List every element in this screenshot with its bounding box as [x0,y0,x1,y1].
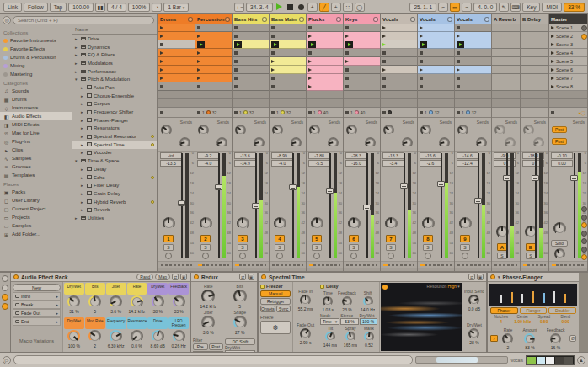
solo-button[interactable]: S [460,244,470,251]
macro-label[interactable]: Resonance [127,317,147,329]
clip-slot[interactable] [418,40,454,49]
clip-slot[interactable] [270,57,306,66]
track-options-icon[interactable] [299,17,304,22]
device-chain-scrollbar[interactable] [415,356,508,364]
freeze-button[interactable]: ❆ [260,321,291,334]
fader-handle[interactable] [437,181,445,187]
browser-item-eq-filters[interactable]: ▸EQ & Filters [72,51,157,59]
knob[interactable] [345,332,355,342]
mixer-section-toggle[interactable] [581,215,587,221]
clip-slot[interactable] [195,82,232,91]
device-title-bar[interactable]: Spectral Time ⇄ ▣ [259,273,486,282]
solo-button[interactable]: S [423,244,433,251]
punch-in-button[interactable]: ⌐ [438,3,448,12]
track-activator-button[interactable]: 6 [349,235,359,242]
solo-button[interactable]: S [349,244,359,251]
param-notches[interactable]: Notches4 [490,315,512,324]
clip-slot[interactable] [195,74,232,82]
browser-item-vocoder[interactable]: ▸Vocoder [72,149,157,157]
scene-launch-icon[interactable] [551,35,554,38]
clip-slot[interactable] [521,82,548,91]
volume-fader[interactable] [571,153,577,258]
track-activator-button[interactable]: 3 [238,235,248,242]
solo-button[interactable]: S [163,244,174,251]
caret-icon[interactable]: ▸ [81,183,85,188]
mode-tab-doubler[interactable]: Doubler [548,307,576,314]
clip-slot[interactable] [195,40,232,49]
delay-header[interactable]: Delay [320,283,377,290]
clip-slot[interactable] [381,74,417,82]
volume-fader[interactable] [253,153,259,258]
browser-item-auto-pan[interactable]: ▸Auto Pan [72,83,157,92]
knob[interactable] [152,295,164,308]
master-solo-button[interactable]: Solo [551,240,568,247]
rack-macro-toggle-icon[interactable] [2,294,8,301]
knob[interactable] [88,330,101,343]
fader-handle[interactable] [215,184,222,190]
caret-icon[interactable]: ▸ [75,45,79,50]
solo-button[interactable]: S [386,244,396,251]
sidebar-item-drums[interactable]: ▦Drums [0,95,72,104]
automation-arm-button[interactable]: ╱ [319,3,329,12]
mixer-section-toggle[interactable] [581,247,587,253]
phase-invert-icon[interactable]: Ø [569,335,576,342]
macro-label[interactable]: Bits [85,283,105,295]
stop-all-clips-button[interactable] [271,111,275,114]
clip-slot[interactable] [455,66,491,74]
groove-amount[interactable]: 100% [128,3,151,12]
send-a-knob[interactable] [523,125,534,136]
track-header[interactable]: Bass Main [270,14,306,24]
scrollbar-thumb[interactable] [436,357,478,363]
volume-fader[interactable] [504,153,510,258]
macro-label[interactable]: Dry/Wet [64,283,84,295]
send-a-knob[interactable] [272,125,283,136]
fader-handle[interactable] [326,188,334,194]
clip-slot[interactable] [233,40,269,49]
crossfade-assign[interactable] [549,261,587,268]
send-b-knob[interactable] [476,137,487,148]
stop-all-clips-button[interactable] [160,111,163,114]
sidebar-item-audio-effects[interactable]: ◧Audio Effects [0,112,72,120]
sidebar-item-samples[interactable]: ∿Samples [0,154,72,162]
sidebar-item-mixing[interactable]: Mixing [0,61,72,70]
knob[interactable] [300,295,311,306]
knob[interactable] [131,295,143,308]
crossfade-assign[interactable] [307,261,343,268]
browser-item-drive[interactable]: ▸Drive [72,35,157,43]
save-preset-icon[interactable]: ▣ [180,274,187,280]
clip-slot[interactable] [307,57,343,66]
clip-slot[interactable] [455,24,491,32]
track-header[interactable]: Vocals [418,14,454,24]
variation-end[interactable]: End▸ [13,317,61,326]
sidebar-item-projects[interactable]: ▭Projects [0,213,72,221]
arm-button[interactable] [165,253,172,259]
caret-icon[interactable]: ▸ [81,85,85,90]
clip-slot[interactable] [521,24,548,32]
arm-button[interactable] [388,253,394,259]
macro-label[interactable]: Drive [147,317,168,329]
stop-all-clips-button[interactable] [234,111,238,114]
clip-slot[interactable] [381,57,417,66]
clip-slot[interactable] [418,74,454,82]
track-options-icon[interactable] [262,17,267,22]
knob[interactable] [173,330,185,343]
send-b-knob[interactable] [291,137,302,148]
record-button[interactable] [298,4,304,10]
caret-icon[interactable]: ▾ [75,158,79,163]
macro-label[interactable]: Dry/Wet [64,317,84,329]
caret-icon[interactable]: ▸ [75,69,79,74]
clip-slot[interactable] [270,49,306,57]
device-chain-overview[interactable] [526,355,575,365]
mixer-section-toggle[interactable] [581,254,587,260]
sync-toggle[interactable]: ♪ [490,335,498,342]
knob[interactable] [233,316,247,329]
caret-icon[interactable]: ▾ [75,77,79,82]
browser-item-reverb[interactable]: ▸Reverb [72,205,157,214]
scene-slot[interactable]: Scene 7 [549,74,587,82]
clip-slot[interactable] [307,82,343,91]
knob[interactable] [342,296,352,306]
clip-slot[interactable] [418,66,454,74]
new-variation-button[interactable]: New [13,284,61,291]
fader-handle[interactable] [570,175,578,181]
pan-knob[interactable] [311,217,323,230]
